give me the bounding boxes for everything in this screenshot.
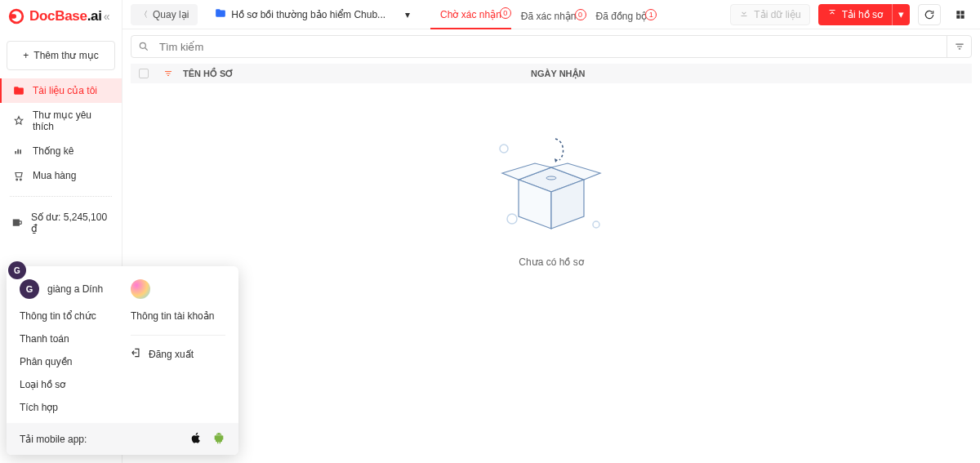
cart-icon [13, 170, 24, 181]
tab-label: Chờ xác nhận [440, 9, 501, 20]
select-all-checkbox[interactable] [131, 69, 157, 78]
caret-down-icon: ▾ [405, 9, 410, 20]
link-billing[interactable]: Thanh toán [20, 333, 114, 345]
star-icon [13, 115, 24, 127]
sort-icon [163, 69, 173, 78]
apps-button[interactable] [949, 4, 972, 25]
link-org-info[interactable]: Thông tin tổ chức [20, 310, 114, 322]
account-column: Thông tin tài khoản Đăng xuất [131, 279, 225, 413]
empty-box-icon [486, 131, 617, 245]
sidebar-item-label: Tài liệu của tôi [33, 85, 97, 96]
tab-label: Đã xác nhận [521, 11, 577, 22]
folder-breadcrumb[interactable]: Hồ sơ bồi thường bảo hiểm Chub... ▾ [206, 4, 419, 25]
folder-icon [215, 7, 226, 21]
tab-badge: 1 [645, 9, 657, 20]
upload-split-button: Tải hồ sơ ▾ [818, 4, 910, 25]
mobile-app-label: Tải mobile app: [20, 434, 87, 445]
sidebar-item-label: Thư mục yêu thích [33, 109, 110, 132]
svg-point-2 [507, 214, 517, 224]
filter-button[interactable] [947, 35, 971, 58]
sidebar-divider [10, 196, 112, 197]
logout-icon [131, 347, 142, 361]
add-folder-button[interactable]: + Thêm thư mục [7, 41, 115, 70]
tab-synced[interactable]: Đã đồng bộ 1 [586, 11, 657, 29]
tab-confirmed[interactable]: Đã xác nhận 0 [511, 11, 586, 29]
account-header[interactable] [131, 279, 225, 299]
tab-badge: 0 [500, 7, 511, 19]
org-column: G giàng a Dính Thông tin tổ chức Thanh t… [20, 279, 114, 413]
apps-icon [955, 9, 966, 20]
filter-icon [954, 41, 965, 52]
account-avatar [131, 279, 150, 299]
chevron-left-icon: 〈 [140, 9, 148, 20]
col-name[interactable]: TÊN HỒ SƠ [180, 69, 531, 79]
search-row [131, 34, 972, 59]
download-icon [739, 8, 749, 20]
popup-footer: Tải mobile app: [7, 423, 238, 455]
org-name: giàng a Dính [47, 283, 103, 295]
collapse-sidebar-icon[interactable]: « [104, 10, 110, 23]
back-label: Quay lại [153, 9, 189, 20]
logo-icon [7, 7, 26, 26]
svg-point-1 [500, 145, 508, 153]
link-logout[interactable]: Đăng xuất [131, 347, 225, 361]
org-avatar: G [20, 279, 39, 299]
refresh-button[interactable] [918, 4, 941, 25]
balance-label: Số dư: 5,245,100 ₫ [31, 211, 110, 234]
add-folder-label: Thêm thư mục [33, 50, 98, 61]
search-icon [131, 41, 156, 52]
link-doc-types[interactable]: Loại hồ sơ [20, 379, 114, 390]
topbar: 〈 Quay lại Hồ sơ bồi thường bảo hiểm Chu… [122, 0, 980, 29]
link-integrations[interactable]: Tích hợp [20, 402, 114, 413]
table-header: TÊN HỒ SƠ NGÀY NHẬN [131, 64, 972, 83]
apple-icon[interactable] [189, 431, 203, 447]
tab-badge: 0 [575, 9, 586, 20]
download-data-button[interactable]: Tải dữ liệu [730, 4, 809, 25]
upload-label: Tải hồ sơ [842, 9, 883, 20]
refresh-icon [924, 9, 935, 20]
sidebar-item-label: Mua hàng [33, 170, 76, 181]
back-button[interactable]: 〈 Quay lại [131, 4, 198, 25]
wallet-icon [11, 216, 23, 230]
upload-caret[interactable]: ▾ [892, 4, 910, 25]
sidebar-item-label: Thống kê [33, 145, 74, 157]
download-label: Tải dữ liệu [754, 9, 800, 20]
logo-text: DocBase.ai [29, 8, 102, 24]
upload-button[interactable]: Tải hồ sơ [818, 4, 892, 25]
sidebar-item-my-documents[interactable]: Tài liệu của tôi [0, 78, 122, 103]
org-header[interactable]: G giàng a Dính [20, 279, 114, 299]
svg-point-3 [593, 221, 599, 228]
plus-icon: + [23, 50, 29, 61]
bar-chart-icon [13, 145, 24, 157]
col-date[interactable]: NGÀY NHẬN [531, 69, 972, 79]
sidebar-item-favorites[interactable]: Thư mục yêu thích [0, 103, 122, 139]
popup-divider [131, 335, 225, 336]
logout-label: Đăng xuất [149, 349, 194, 360]
folder-name: Hồ sơ bồi thường bảo hiểm Chub... [231, 9, 385, 20]
floating-org-avatar[interactable]: G [8, 261, 26, 279]
link-permissions[interactable]: Phân quyền [20, 356, 114, 367]
empty-text: Chưa có hồ sơ [519, 256, 583, 268]
search-input[interactable] [156, 41, 947, 53]
empty-state: Chưa có hồ sơ [131, 90, 972, 463]
logo[interactable]: DocBase.ai « [0, 0, 122, 33]
android-icon[interactable] [212, 431, 225, 447]
tabs: Chờ xác nhận 0 Đã xác nhận 0 Đã đồng bộ … [430, 0, 657, 29]
link-account-info[interactable]: Thông tin tài khoản [131, 310, 225, 322]
upload-icon [827, 8, 837, 20]
folder-icon [13, 85, 24, 96]
sidebar-item-stats[interactable]: Thống kê [0, 139, 122, 163]
sort-button[interactable] [157, 69, 180, 78]
tab-label: Đã đồng bộ [596, 11, 648, 22]
account-popup: G giàng a Dính Thông tin tổ chức Thanh t… [7, 266, 238, 455]
svg-point-0 [140, 42, 145, 48]
sidebar-nav: Tài liệu của tôi Thư mục yêu thích Thống… [0, 78, 122, 241]
sidebar-item-shop[interactable]: Mua hàng [0, 163, 122, 188]
sidebar-balance[interactable]: Số dư: 5,245,100 ₫ [0, 205, 122, 241]
search-box [131, 35, 972, 58]
tab-pending[interactable]: Chờ xác nhận 0 [430, 9, 511, 29]
